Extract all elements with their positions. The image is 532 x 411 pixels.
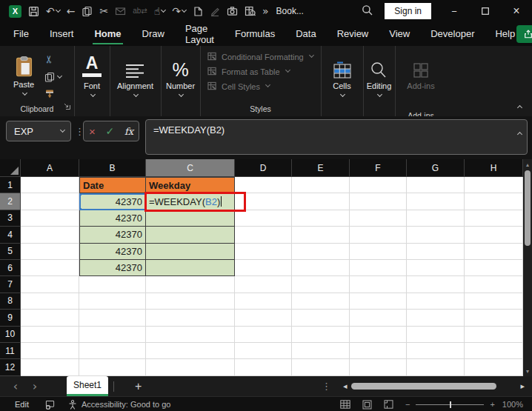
cell-F6[interactable]	[350, 260, 407, 276]
cell-G1[interactable]	[407, 177, 465, 193]
cell-D9[interactable]	[235, 310, 292, 326]
font-button[interactable]: A Font	[82, 53, 102, 123]
sheet-tab-sheet1[interactable]: Sheet1	[67, 376, 108, 396]
view-page-layout-button[interactable]	[362, 400, 372, 410]
cell-G9[interactable]	[407, 310, 465, 326]
row-header-9[interactable]: 9	[0, 310, 21, 326]
cell-B8[interactable]	[79, 293, 146, 310]
paste-button[interactable]: Paste	[7, 51, 40, 96]
cell-E1[interactable]	[292, 177, 350, 193]
cell-A5[interactable]	[21, 244, 79, 260]
cell-A11[interactable]	[21, 343, 79, 359]
row-header-3[interactable]: 3	[0, 210, 21, 227]
cell-B1[interactable]: Date	[79, 177, 146, 193]
menu-tab-help[interactable]: Help	[493, 24, 516, 44]
row-header-6[interactable]: 6	[0, 260, 21, 276]
save-icon[interactable]	[28, 6, 39, 17]
redo-icon[interactable]: ↷	[172, 6, 186, 16]
column-header-c[interactable]: C	[146, 159, 235, 177]
cell-F8[interactable]	[350, 293, 407, 310]
cell-G10[interactable]	[407, 327, 465, 343]
cell-D1[interactable]	[235, 177, 292, 193]
cell-F5[interactable]	[350, 244, 407, 260]
zoom-slider-thumb[interactable]	[450, 401, 451, 408]
camera-icon[interactable]	[227, 6, 238, 16]
zoom-slider[interactable]	[416, 404, 484, 405]
cell-D10[interactable]	[235, 327, 292, 343]
cell-D5[interactable]	[235, 244, 292, 260]
cell-G11[interactable]	[407, 343, 465, 359]
name-box[interactable]: EXP	[6, 121, 71, 141]
cell-G6[interactable]	[407, 260, 465, 276]
search-icon[interactable]	[362, 4, 373, 19]
copy-button[interactable]	[44, 72, 61, 82]
table-lookup-icon[interactable]	[245, 6, 256, 16]
row-header-8[interactable]: 8	[0, 293, 21, 310]
cell-C9[interactable]	[146, 310, 235, 326]
accessibility-checker[interactable]: Accessibility: Good to go	[68, 400, 170, 410]
scroll-right-icon[interactable]: ▸	[520, 381, 525, 391]
cell-D2[interactable]	[235, 193, 292, 210]
row-header-7[interactable]: 7	[0, 276, 21, 293]
scroll-down-icon[interactable]: ▾	[526, 366, 529, 376]
cell-B4[interactable]: 42370	[79, 227, 146, 243]
zoom-level[interactable]: 100%	[502, 400, 523, 409]
cell-G5[interactable]	[407, 244, 465, 260]
sign-in-button[interactable]: Sign in	[385, 3, 431, 19]
cell-E10[interactable]	[292, 327, 350, 343]
view-normal-button[interactable]	[340, 400, 350, 409]
menu-tab-review[interactable]: Review	[336, 24, 370, 44]
cell-H8[interactable]	[465, 293, 523, 310]
select-all-corner[interactable]	[0, 159, 21, 177]
column-header-g[interactable]: G	[407, 159, 465, 177]
vertical-scrollbar[interactable]: ▴ ▾	[523, 159, 532, 376]
column-header-f[interactable]: F	[350, 159, 407, 177]
cell-A9[interactable]	[21, 310, 79, 326]
cell-H7[interactable]	[465, 276, 523, 293]
editing-button[interactable]: Editing	[367, 53, 392, 123]
row-header-12[interactable]: 12	[0, 359, 21, 375]
cell-G8[interactable]	[407, 293, 465, 310]
cell-E5[interactable]	[292, 244, 350, 260]
cell-H10[interactable]	[465, 327, 523, 343]
cell-E4[interactable]	[292, 227, 350, 243]
cell-G2[interactable]	[407, 193, 465, 210]
cell-B3[interactable]: 42370	[79, 210, 146, 227]
cell-C12[interactable]	[146, 359, 235, 375]
cell-B2[interactable]: 42370	[79, 193, 146, 210]
cell-H1[interactable]	[465, 177, 523, 193]
horizontal-scroll-thumb[interactable]	[351, 383, 496, 390]
cell-H2[interactable]	[465, 193, 523, 210]
cell-A1[interactable]	[21, 177, 79, 193]
cell-E11[interactable]	[292, 343, 350, 359]
cell-E2[interactable]	[292, 193, 350, 210]
row-header-1[interactable]: 1	[0, 177, 21, 193]
draw-tool-icon[interactable]	[210, 6, 220, 17]
menu-tab-home[interactable]: Home	[93, 24, 122, 44]
cell-F9[interactable]	[350, 310, 407, 326]
row-header-10[interactable]: 10	[0, 327, 21, 343]
insert-function-button[interactable]: fx	[124, 126, 133, 137]
cell-D3[interactable]	[235, 210, 292, 227]
cell-F4[interactable]	[350, 227, 407, 243]
cell-H6[interactable]	[465, 260, 523, 276]
zoom-in-button[interactable]: +	[490, 400, 494, 409]
cancel-button[interactable]: ×	[89, 125, 96, 138]
cell-A12[interactable]	[21, 359, 79, 375]
cell-F10[interactable]	[350, 327, 407, 343]
row-header-2[interactable]: 2	[0, 193, 21, 210]
column-header-d[interactable]: D	[235, 159, 292, 177]
enter-button[interactable]: ✓	[105, 125, 114, 137]
cell-F1[interactable]	[350, 177, 407, 193]
cell-B7[interactable]	[79, 276, 146, 293]
cell-C5[interactable]	[146, 244, 235, 260]
horizontal-scroll-track[interactable]	[350, 383, 517, 390]
collapse-formula-bar-button[interactable]	[516, 125, 522, 138]
cell-H11[interactable]	[465, 343, 523, 359]
menu-tab-insert[interactable]: Insert	[48, 24, 76, 44]
cell-C11[interactable]	[146, 343, 235, 359]
column-header-b[interactable]: B	[79, 159, 146, 177]
cell-F2[interactable]	[350, 193, 407, 210]
cut-icon[interactable]: ✂	[99, 6, 108, 16]
cell-F3[interactable]	[350, 210, 407, 227]
